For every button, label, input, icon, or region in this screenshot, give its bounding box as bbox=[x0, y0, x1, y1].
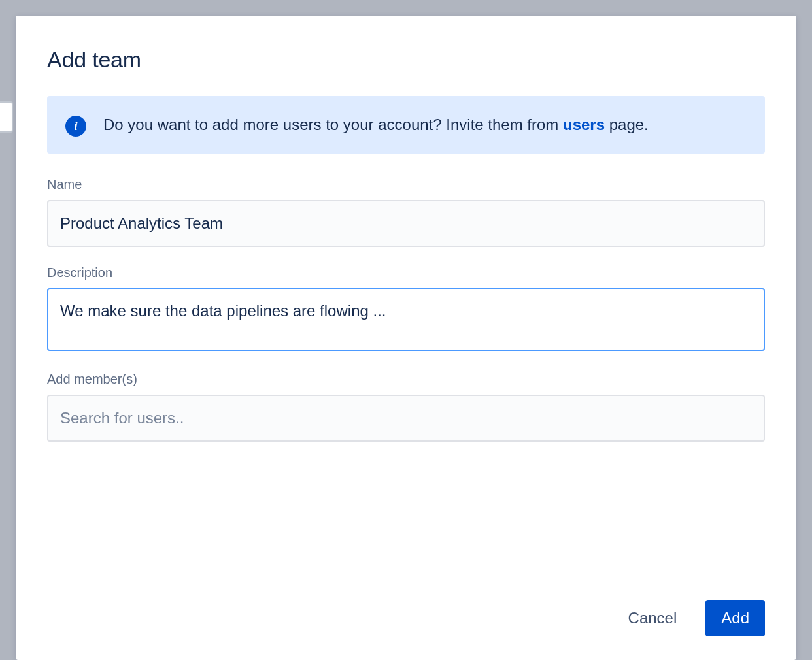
info-banner-text: Do you want to add more users to your ac… bbox=[103, 113, 649, 137]
users-link[interactable]: users bbox=[563, 116, 605, 133]
members-field-group: Add member(s) bbox=[47, 372, 765, 442]
description-input[interactable] bbox=[47, 288, 765, 351]
info-text-after: page. bbox=[605, 116, 649, 133]
modal-title: Add team bbox=[47, 47, 765, 73]
info-text-before: Do you want to add more users to your ac… bbox=[103, 116, 563, 133]
modal-footer: Cancel Add bbox=[47, 574, 765, 636]
members-label: Add member(s) bbox=[47, 372, 765, 387]
bg-search-fragment bbox=[0, 101, 13, 133]
add-team-modal: Add team i Do you want to add more users… bbox=[16, 16, 796, 660]
info-icon: i bbox=[65, 116, 86, 137]
description-label: Description bbox=[47, 265, 765, 280]
info-banner: i Do you want to add more users to your … bbox=[47, 96, 765, 154]
name-label: Name bbox=[47, 177, 765, 192]
name-field-group: Name bbox=[47, 177, 765, 247]
name-input[interactable] bbox=[47, 200, 765, 247]
cancel-button[interactable]: Cancel bbox=[613, 600, 693, 636]
add-button[interactable]: Add bbox=[705, 600, 765, 636]
description-field-group: Description bbox=[47, 265, 765, 354]
members-search-input[interactable] bbox=[47, 395, 765, 442]
